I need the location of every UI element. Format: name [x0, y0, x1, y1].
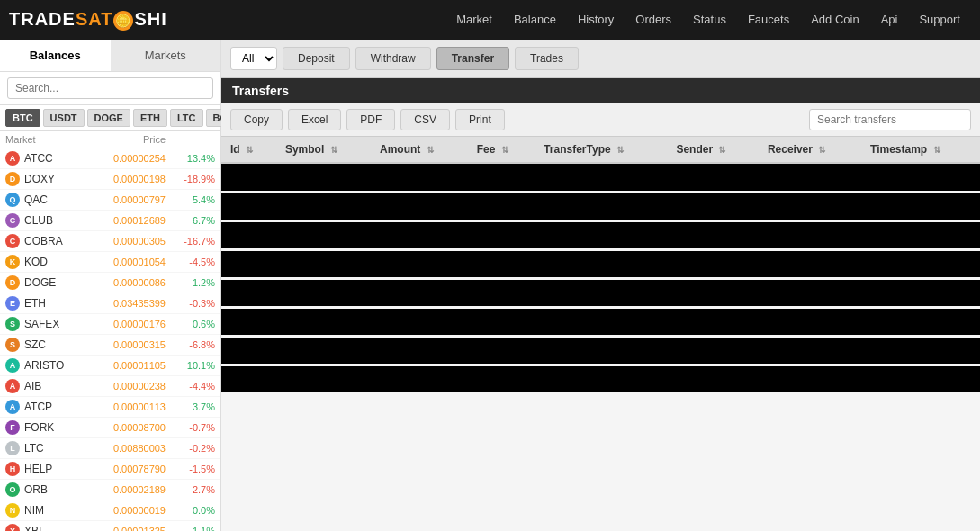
filter-btn-transfer[interactable]: Transfer [436, 47, 509, 70]
nav-link-support[interactable]: Support [908, 0, 971, 40]
list-item[interactable]: DDOXY0.00000198-18.9% [0, 169, 220, 190]
col-header-transfertype[interactable]: TransferType ⇅ [535, 137, 667, 163]
table-cell [535, 336, 667, 364]
filter-bar: All DepositWithdrawTransferTrades [221, 40, 980, 78]
search-transfers-input[interactable] [809, 109, 971, 130]
coin-change: 0.6% [166, 319, 215, 329]
coin-list-header: Market Price [0, 131, 220, 148]
tool-buttons: CopyExcelPDFCSVPrint [230, 109, 505, 130]
list-item[interactable]: DDOGE0.000000861.2% [0, 273, 220, 293]
sort-icon: ⇅ [427, 145, 434, 155]
list-item[interactable]: NNIM0.000000190.0% [0, 500, 220, 521]
coin-filter-eth[interactable]: ETH [133, 109, 167, 127]
coin-change: 1.2% [166, 277, 215, 288]
coin-filter-btc[interactable]: BTC [5, 109, 40, 127]
list-item[interactable]: AAIB0.00000238-4.4% [0, 376, 220, 397]
logo-sat: SAT [76, 9, 113, 29]
list-item[interactable]: AARISTO0.0000110510.1% [0, 356, 220, 376]
coin-filter-usdt[interactable]: USDT [43, 109, 85, 127]
sidebar: BalancesMarkets BTCUSDTDOGEETHLTCBCH Mar… [0, 40, 221, 531]
coin-change: -2.7% [166, 484, 215, 495]
list-item[interactable]: EETH0.03435399-0.3% [0, 293, 220, 314]
tool-btn-pdf[interactable]: PDF [346, 109, 395, 130]
coin-name: DOXY [24, 173, 85, 185]
search-input[interactable] [7, 77, 213, 99]
table-cell [371, 364, 468, 393]
col-header-market: Market [5, 134, 85, 145]
nav-link-orders[interactable]: Orders [625, 0, 682, 40]
tool-btn-excel[interactable]: Excel [288, 109, 341, 130]
main-layout: BalancesMarkets BTCUSDTDOGEETHLTCBCH Mar… [0, 40, 980, 531]
col-header-timestamp[interactable]: Timestamp ⇅ [861, 137, 980, 163]
tool-btn-copy[interactable]: Copy [230, 109, 283, 130]
col-header-id[interactable]: Id ⇅ [221, 137, 276, 163]
table-cell [221, 192, 276, 220]
table-row[interactable] [221, 163, 980, 192]
list-item[interactable]: FFORK0.00008700-0.7% [0, 418, 220, 438]
filter-btn-trades[interactable]: Trades [515, 47, 579, 70]
coin-change: -4.5% [166, 256, 215, 267]
sidebar-search [0, 72, 220, 105]
list-item[interactable]: QQAC0.000007975.4% [0, 190, 220, 211]
list-item[interactable]: KKOD0.00001054-4.5% [0, 252, 220, 273]
list-item[interactable]: SSZC0.00000315-6.8% [0, 335, 220, 356]
coin-icon: A [5, 358, 20, 373]
tool-btn-print[interactable]: Print [455, 109, 505, 130]
table-cell [667, 192, 759, 220]
coin-icon: K [5, 255, 20, 269]
coin-icon: S [5, 317, 20, 331]
col-header-receiver[interactable]: Receiver ⇅ [759, 137, 861, 163]
list-item[interactable]: AATCC0.0000025413.4% [0, 148, 220, 169]
list-item[interactable]: LLTC0.00880003-0.2% [0, 438, 220, 459]
table-row[interactable] [221, 278, 980, 307]
col-header-sender[interactable]: Sender ⇅ [667, 137, 759, 163]
coin-icon: A [5, 400, 20, 414]
table-cell [221, 307, 276, 336]
col-header-amount[interactable]: Amount ⇅ [371, 137, 468, 163]
table-cell [371, 192, 468, 220]
nav-link-add-coin[interactable]: Add Coin [800, 0, 869, 40]
table-cell [276, 249, 371, 278]
coin-filter-doge[interactable]: DOGE [87, 109, 130, 127]
coin-change: 13.4% [166, 153, 215, 164]
table-cell [221, 249, 276, 278]
coin-filter-ltc[interactable]: LTC [170, 109, 203, 127]
filter-btn-deposit[interactable]: Deposit [283, 47, 350, 70]
nav-link-status[interactable]: Status [682, 0, 737, 40]
list-item[interactable]: HHELP0.00078790-1.5% [0, 459, 220, 480]
table-row[interactable] [221, 364, 980, 393]
table-cell [468, 364, 535, 393]
list-item[interactable]: AATCP0.000001133.7% [0, 397, 220, 418]
list-item[interactable]: CCLUB0.000126896.7% [0, 211, 220, 231]
list-item[interactable]: SSAFEX0.000001760.6% [0, 314, 220, 335]
table-row[interactable] [221, 220, 980, 249]
list-item[interactable]: CCOBRA0.00000305-16.7% [0, 231, 220, 252]
filter-btn-withdraw[interactable]: Withdraw [355, 47, 431, 70]
table-row[interactable] [221, 192, 980, 220]
table-cell [667, 336, 759, 364]
table-cell [468, 249, 535, 278]
tool-btn-csv[interactable]: CSV [400, 109, 450, 130]
sort-icon: ⇅ [246, 145, 253, 155]
nav-link-history[interactable]: History [567, 0, 625, 40]
col-header-price: Price [85, 134, 166, 145]
coin-icon: E [5, 296, 20, 310]
nav-link-market[interactable]: Market [445, 0, 503, 40]
col-header-fee[interactable]: Fee ⇅ [468, 137, 535, 163]
col-header-symbol[interactable]: Symbol ⇅ [276, 137, 371, 163]
table-cell [861, 192, 980, 220]
coin-price: 0.00000113 [85, 401, 166, 412]
filter-select[interactable]: All [230, 47, 277, 70]
nav-link-api[interactable]: Api [870, 0, 909, 40]
sidebar-tab-balances[interactable]: Balances [0, 40, 111, 71]
nav-link-faucets[interactable]: Faucets [737, 0, 800, 40]
list-item[interactable]: OORB0.00002189-2.7% [0, 480, 220, 500]
list-item[interactable]: XXBI0.000013251.1% [0, 521, 220, 531]
table-row[interactable] [221, 307, 980, 336]
table-cell [861, 163, 980, 192]
coin-name: SAFEX [24, 318, 85, 330]
table-row[interactable] [221, 249, 980, 278]
nav-link-balance[interactable]: Balance [503, 0, 567, 40]
sidebar-tab-markets[interactable]: Markets [111, 40, 221, 71]
table-row[interactable] [221, 336, 980, 364]
